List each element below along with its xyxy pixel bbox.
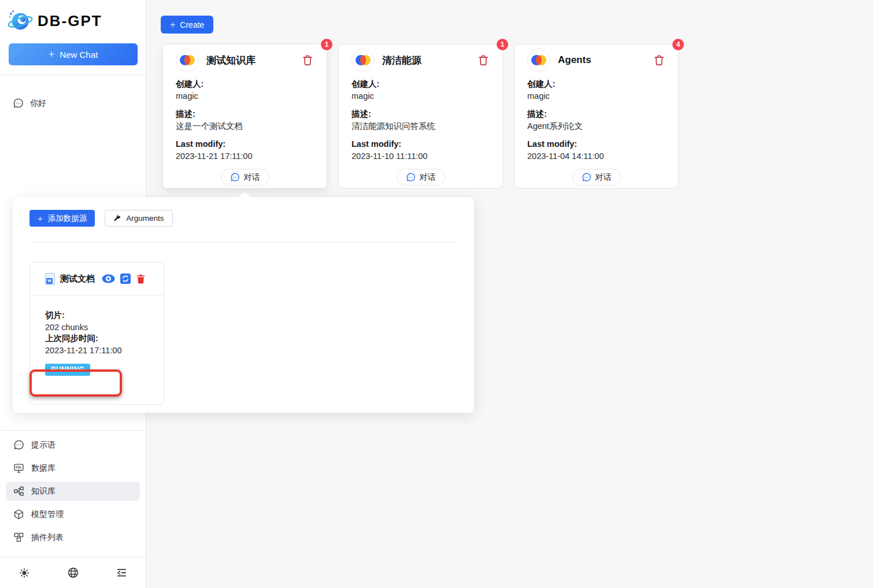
knowledge-cards-row: 1 测试知识库 (162, 44, 679, 188)
sidebar-item-plugins[interactable]: 插件列表 (6, 528, 140, 547)
chat-dialog-icon (582, 172, 591, 182)
wrench-icon (113, 215, 121, 223)
knowledge-base-icon (352, 49, 375, 72)
db-gpt-planet-icon (7, 8, 34, 34)
document-count-badge: 4 (672, 39, 684, 50)
theme-toggle-button[interactable] (0, 567, 49, 579)
chat-button-label: 对话 (595, 172, 612, 183)
nav-label: 插件列表 (31, 532, 64, 543)
new-chat-label: New Chat (60, 50, 98, 60)
knowledge-graph-icon (13, 486, 24, 497)
chunks-label: 切片: (45, 310, 149, 321)
last-modify-value: 2023-11-21 17:11:00 (176, 151, 314, 162)
chat-button[interactable]: 对话 (572, 169, 621, 186)
document-count-badge: 1 (321, 39, 332, 50)
knowledge-card-test[interactable]: 1 测试知识库 (162, 44, 327, 188)
card-title: Agents (558, 54, 591, 66)
sidebar-item-databases[interactable]: SQL 数据库 (6, 458, 140, 478)
last-modify-value: 2023-11-04 14:11:00 (527, 151, 665, 162)
sidebar-footer (0, 557, 146, 588)
language-globe-icon (67, 567, 79, 579)
chat-item-label: 你好 (30, 98, 46, 109)
collapse-sidebar-icon (116, 567, 128, 579)
language-toggle-button[interactable] (49, 567, 97, 579)
last-sync-label: 上次同步时间: (45, 333, 149, 344)
chat-history-item[interactable]: 你好 (6, 94, 140, 112)
delete-knowledge-icon[interactable] (301, 54, 314, 66)
knowledge-detail-panel: + 添加数据源 Arguments W 测试文档 (13, 197, 474, 413)
app-logo[interactable]: DB-GPT (0, 0, 146, 40)
collapse-sidebar-button[interactable] (97, 567, 146, 579)
chat-button[interactable]: 对话 (397, 169, 445, 186)
knowledge-card-clean-energy[interactable]: 1 清洁能源 (338, 44, 503, 188)
view-document-icon[interactable] (102, 274, 115, 283)
nav-label: 知识库 (31, 486, 56, 497)
add-datasource-label: 添加数据源 (48, 213, 87, 224)
description-value: Agent系列论文 (527, 121, 665, 132)
sql-monitor-icon: SQL (13, 463, 24, 474)
description-value: 清洁能源知识问答系统 (352, 121, 490, 132)
delete-knowledge-icon[interactable] (653, 54, 665, 66)
last-sync-value: 2023-11-21 17:11:00 (45, 345, 149, 356)
chat-dialog-icon (230, 172, 240, 182)
arguments-label: Arguments (126, 214, 164, 223)
add-datasource-button[interactable]: + 添加数据源 (29, 210, 95, 227)
document-title: 测试文档 (60, 273, 95, 284)
creator-value: magic (527, 91, 665, 102)
sync-document-icon[interactable] (120, 273, 131, 284)
card-title: 清洁能源 (382, 54, 421, 67)
creator-label: 创建人: (176, 79, 314, 90)
plugins-blocks-icon (13, 532, 24, 543)
word-document-icon: W (45, 273, 55, 285)
plus-icon: + (49, 49, 55, 61)
document-card[interactable]: W 测试文档 (29, 262, 164, 405)
panel-caret (238, 192, 251, 197)
chat-bubble-icon (13, 439, 24, 450)
description-label: 描述: (352, 109, 490, 120)
sidebar-nav: 提示语 SQL 数据库 知识库 (0, 430, 146, 557)
description-value: 这是一个测试文档 (176, 121, 314, 132)
chat-button-label: 对话 (244, 172, 260, 183)
new-chat-button[interactable]: + New Chat (9, 43, 138, 65)
create-button[interactable]: + Create (161, 16, 213, 34)
sidebar-item-knowledge[interactable]: 知识库 (6, 482, 140, 501)
chat-button-label: 对话 (420, 172, 436, 183)
delete-document-icon[interactable] (136, 273, 146, 284)
chunks-value: 202 chunks (45, 322, 149, 333)
knowledge-card-agents[interactable]: 4 Agents (514, 44, 679, 188)
chat-bubble-icon (13, 98, 24, 109)
status-badge: RUNNING (45, 364, 90, 376)
nav-label: 模型管理 (31, 509, 64, 520)
create-label: Create (180, 20, 204, 29)
app-title: DB-GPT (38, 12, 102, 30)
chat-dialog-icon (406, 172, 416, 182)
sidebar-divider (0, 75, 146, 75)
sidebar-item-models[interactable]: 模型管理 (6, 505, 140, 524)
last-modify-label: Last modify: (176, 139, 314, 150)
knowledge-base-icon (176, 49, 199, 72)
arguments-button[interactable]: Arguments (105, 210, 172, 227)
description-label: 描述: (176, 109, 314, 120)
creator-value: magic (176, 91, 314, 102)
description-label: 描述: (527, 109, 665, 120)
panel-divider (29, 242, 457, 243)
plus-icon: + (170, 20, 175, 30)
chat-button[interactable]: 对话 (221, 169, 269, 186)
creator-value: magic (352, 91, 490, 102)
knowledge-base-icon (527, 49, 550, 72)
plus-icon: + (38, 213, 43, 223)
nav-label: 数据库 (31, 463, 56, 474)
delete-knowledge-icon[interactable] (477, 54, 490, 66)
last-modify-label: Last modify: (352, 139, 490, 150)
document-count-badge: 1 (497, 39, 508, 50)
last-modify-value: 2023-11-10 11:11:00 (352, 151, 490, 162)
last-modify-label: Last modify: (527, 139, 665, 150)
card-title: 测试知识库 (206, 54, 256, 67)
creator-label: 创建人: (527, 79, 665, 90)
svg-text:SQL: SQL (16, 465, 23, 469)
theme-sun-icon (19, 567, 30, 579)
creator-label: 创建人: (352, 79, 490, 90)
model-cube-icon (13, 509, 24, 520)
nav-label: 提示语 (31, 440, 56, 450)
sidebar-item-prompts[interactable]: 提示语 (6, 435, 140, 454)
